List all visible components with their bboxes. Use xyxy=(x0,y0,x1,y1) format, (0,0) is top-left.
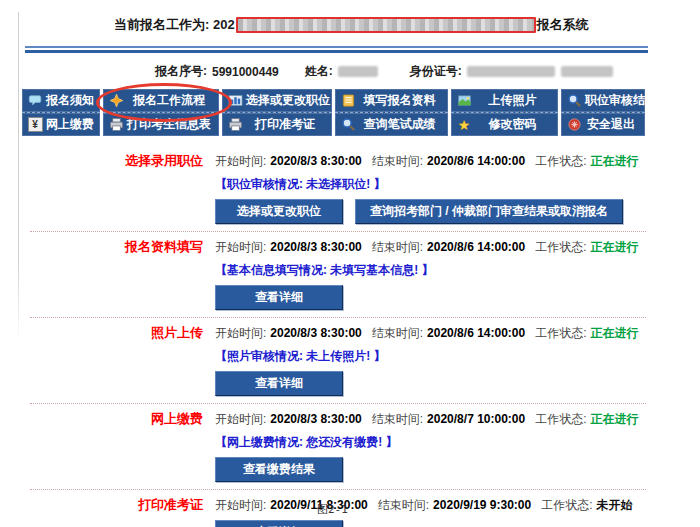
registration-system-page: 当前报名工作为: 202 报名系统 报名序号: 5991000449 姓名: 身… xyxy=(0,0,700,527)
view-detail-button[interactable]: 查看详细 xyxy=(215,285,343,310)
menu-col-3: 选择或更改职位 打印准考证 xyxy=(222,89,332,136)
menu-item-pay-online[interactable]: ¥ 网上缴费 xyxy=(22,113,100,136)
menu-item-print-info-form[interactable]: 打印考生信息表 xyxy=(103,113,219,136)
section-pay-online: 网上缴费 开始时间:2020/8/3 8:30:00 结束时间:2020/8/7… xyxy=(30,404,646,490)
photo-icon xyxy=(456,93,472,109)
menu-col-4: 填写报名资料 查询笔试成绩 xyxy=(335,89,448,136)
columns-icon xyxy=(227,93,243,109)
section-title: 选择录用职位 xyxy=(30,152,215,170)
status-badge: 正在进行 xyxy=(591,153,639,170)
printer-icon xyxy=(227,117,243,133)
user-info-bar: 报名序号: 5991000449 姓名: 身份证号: xyxy=(155,63,645,80)
search-icon xyxy=(340,117,356,133)
menu-item-review-result[interactable]: 职位审核结果 xyxy=(561,89,645,113)
id-redacted-2 xyxy=(561,66,613,77)
comment-icon xyxy=(27,93,43,109)
section-notice: 【网上缴费情况: 您还没有缴费! 】 xyxy=(215,434,646,451)
workflow-section-list: 选择录用职位 开始时间:2020/8/3 8:30:00 结束时间:2020/8… xyxy=(30,146,646,527)
menu-item-select-position[interactable]: 选择或更改职位 xyxy=(222,89,332,113)
header-divider xyxy=(25,46,648,53)
page-title: 当前报名工作为: 202 报名系统 xyxy=(114,16,589,34)
status-badge: 未开始 xyxy=(597,497,633,514)
view-detail-button[interactable]: 查看详细 xyxy=(215,520,343,527)
page-title-suffix: 报名系统 xyxy=(537,16,589,34)
view-detail-button[interactable]: 查看详细 xyxy=(215,371,343,396)
main-menu: 报名须知 ¥ 网上缴费 报名工作流程 打印考生信息表 xyxy=(22,89,645,136)
user-id-number: 身份证号: xyxy=(410,63,619,80)
name-redacted xyxy=(338,66,378,77)
section-notice: 【照片审核情况: 未上传照片! 】 xyxy=(215,348,646,365)
status-badge: 正在进行 xyxy=(591,325,639,342)
section-title: 报名资料填写 xyxy=(30,238,215,256)
menu-item-query-score[interactable]: 查询笔试成绩 xyxy=(335,113,448,136)
menu-item-upload-photo[interactable]: 上传照片 xyxy=(451,89,558,113)
printer-icon xyxy=(108,117,124,133)
menu-item-fill-info[interactable]: 填写报名资料 xyxy=(335,89,448,113)
section-times: 开始时间:2020/8/3 8:30:00 结束时间:2020/8/6 14:0… xyxy=(215,325,639,342)
id-redacted-1 xyxy=(467,66,555,77)
star-icon: ★ xyxy=(456,117,472,133)
menu-item-notice[interactable]: 报名须知 xyxy=(22,89,100,113)
menu-col-1: 报名须知 ¥ 网上缴费 xyxy=(22,89,100,136)
page-edge-line xyxy=(18,12,19,342)
section-times: 开始时间:2020/9/11 8:30:00 结束时间:2020/9/19 9:… xyxy=(215,497,633,514)
menu-col-6: 职位审核结果 安全退出 xyxy=(561,89,645,136)
section-fill-info: 报名资料填写 开始时间:2020/8/3 8:30:00 结束时间:2020/8… xyxy=(30,232,646,318)
workflow-icon xyxy=(108,93,124,109)
menu-item-print-admission[interactable]: 打印准考证 xyxy=(222,113,332,136)
section-title: 网上缴费 xyxy=(30,410,215,428)
registration-number: 报名序号: 5991000449 xyxy=(155,63,279,80)
figure-caption: 图2-1 xyxy=(317,502,348,517)
menu-item-change-password[interactable]: ★ 修改密码 xyxy=(451,113,558,136)
select-position-button[interactable]: 选择或更改职位 xyxy=(215,199,343,224)
form-icon xyxy=(340,93,356,109)
section-times: 开始时间:2020/8/3 8:30:00 结束时间:2020/8/7 10:0… xyxy=(215,411,639,428)
exit-icon xyxy=(566,117,582,133)
menu-col-2: 报名工作流程 打印考生信息表 xyxy=(103,89,219,136)
section-select-position: 选择录用职位 开始时间:2020/8/3 8:30:00 结束时间:2020/8… xyxy=(30,146,646,232)
menu-item-safe-exit[interactable]: 安全退出 xyxy=(561,113,645,136)
section-times: 开始时间:2020/8/3 8:30:00 结束时间:2020/8/6 14:0… xyxy=(215,239,639,256)
section-notice: 【基本信息填写情况: 未填写基本信息! 】 xyxy=(215,262,646,279)
section-upload-photo: 照片上传 开始时间:2020/8/3 8:30:00 结束时间:2020/8/6… xyxy=(30,318,646,404)
menu-col-5: 上传照片 ★ 修改密码 xyxy=(451,89,558,136)
status-badge: 正在进行 xyxy=(591,411,639,428)
yen-icon: ¥ xyxy=(27,117,43,133)
section-title: 照片上传 xyxy=(30,324,215,342)
query-review-or-cancel-button[interactable]: 查询招考部门 / 仲裁部门审查结果或取消报名 xyxy=(355,199,623,224)
section-notice: 【职位审核情况: 未选择职位! 】 xyxy=(215,176,646,193)
status-badge: 正在进行 xyxy=(591,239,639,256)
search-icon xyxy=(566,93,582,109)
user-name: 姓名: xyxy=(305,63,384,80)
page-title-prefix: 当前报名工作为: 202 xyxy=(114,16,235,34)
redaction-box xyxy=(236,17,536,33)
section-title: 打印准考证 xyxy=(30,496,215,514)
view-payment-result-button[interactable]: 查看缴费结果 xyxy=(215,457,343,482)
menu-item-workflow[interactable]: 报名工作流程 xyxy=(103,89,219,113)
section-times: 开始时间:2020/8/3 8:30:00 结束时间:2020/8/6 14:0… xyxy=(215,153,639,170)
